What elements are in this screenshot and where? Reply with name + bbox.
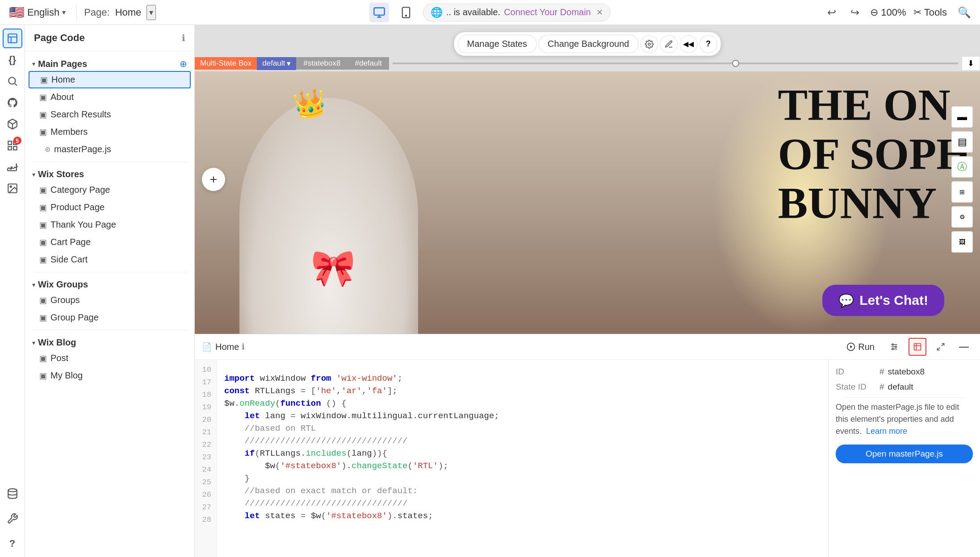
url-status: .. is available. (446, 7, 500, 17)
sidebar-help-button[interactable]: ? (3, 534, 22, 553)
line-num-24: 24 (195, 463, 217, 476)
page-item-search-results[interactable]: ▣ Search Results (25, 106, 194, 123)
state-box-slider[interactable] (393, 62, 958, 64)
info-icon[interactable]: ℹ (182, 33, 185, 43)
sidebar-wrench-button[interactable] (3, 509, 22, 528)
sidebar-search-button[interactable] (3, 71, 22, 91)
layers-icon-button[interactable]: ◀◀ (679, 35, 697, 53)
divider-2 (32, 272, 187, 272)
sidebar-box-button[interactable] (3, 114, 22, 134)
code-panel: 📄 Home ℹ Run (195, 334, 980, 557)
page-item-group-page[interactable]: ▣ Group Page (25, 309, 194, 326)
page-item-cart[interactable]: ▣ Cart Page (25, 233, 194, 251)
code-tab-label: Home (215, 342, 239, 352)
change-background-button[interactable]: Change Background (538, 35, 638, 53)
tools-button[interactable]: ✂ Tools (913, 7, 947, 18)
svg-rect-3 (8, 34, 17, 43)
learn-more-link[interactable]: Learn more (866, 427, 907, 436)
section-tool-2[interactable]: ▤ (951, 131, 973, 153)
divider-3 (32, 330, 187, 330)
mobile-device-button[interactable] (396, 3, 416, 22)
gear-icon (645, 40, 653, 49)
code-lines-area: 10 17 18 19 20 21 22 23 24 25 26 27 28 (195, 360, 828, 557)
page-item-groups[interactable]: ▣ Groups (25, 291, 194, 309)
line-num-27: 27 (195, 501, 217, 513)
svg-point-2 (406, 15, 406, 16)
code-tab-info-icon[interactable]: ℹ (242, 342, 245, 352)
code-line-19: $w.onReady(function () { (217, 397, 828, 410)
section-tool-grid[interactable]: ⊞ (951, 181, 973, 203)
add-element-button[interactable]: + (202, 168, 225, 191)
settings-icon-button[interactable] (640, 35, 658, 53)
run-button[interactable]: Run (841, 340, 880, 354)
undo-button[interactable]: ↩ (824, 4, 840, 21)
pen-icon-button[interactable] (660, 35, 678, 53)
wix-groups-section[interactable]: ▾ Wix Groups (25, 276, 194, 291)
code-expand-button[interactable] (932, 338, 950, 356)
section-tool-image[interactable]: 🖼 (951, 231, 973, 253)
page-item-home[interactable]: ▣ Home (29, 71, 191, 88)
wrench-icon (7, 513, 18, 524)
wix-stores-caret: ▾ (32, 171, 35, 178)
page-item-post[interactable]: ▣ Post (25, 349, 194, 367)
sidebar-github-button[interactable] (3, 93, 22, 112)
page-item-myblog[interactable]: ▣ My Blog (25, 367, 194, 384)
zoom-minus-icon: ⊖ (870, 7, 878, 18)
connect-domain-link[interactable]: Connect Your Domain (504, 7, 591, 17)
page-icon-home: ▣ (40, 75, 48, 85)
code-target-button[interactable] (909, 338, 926, 356)
page-name-group-page: Group Page (50, 312, 99, 323)
page-item-product[interactable]: ▣ Product Page (25, 199, 194, 216)
master-page-item[interactable]: ⊛ masterPage.js (25, 141, 194, 158)
chat-button[interactable]: 💬 Let's Chat! (822, 285, 944, 316)
chevron-down-icon: ▾ (62, 8, 66, 17)
help-icon-button[interactable]: ? (699, 35, 717, 53)
sidebar-page-code-button[interactable] (3, 29, 22, 48)
main-pages-caret: ▾ (32, 60, 35, 67)
wix-groups-label: Wix Groups (38, 279, 88, 290)
section-tool-puzzle[interactable]: ⚙ (951, 206, 973, 228)
download-icon-button[interactable]: ⬇ (962, 56, 980, 71)
search-top-button[interactable]: 🔍 (954, 4, 975, 21)
main-pages-section[interactable]: ▾ Main Pages ⊕ (25, 55, 194, 71)
url-bar: 🌐 .. is available. Connect Your Domain ✕ (423, 4, 611, 21)
wix-blog-caret: ▾ (32, 339, 35, 346)
code-adjust-button[interactable] (885, 338, 903, 356)
sidebar-image-button[interactable] (3, 179, 22, 198)
state-box-dropdown[interactable]: default ▾ (257, 57, 296, 70)
sidebar-database-button[interactable] (3, 484, 22, 503)
wix-stores-section[interactable]: ▾ Wix Stores (25, 166, 194, 181)
language-selector[interactable]: 🇺🇸 English ▾ (5, 3, 69, 21)
page-name-home: Home (51, 75, 75, 85)
line-num-17: 17 (195, 376, 217, 388)
page-item-about[interactable]: ▣ About (25, 88, 194, 106)
page-item-thankyou[interactable]: ▣ Thank You Page (25, 216, 194, 233)
image-icon (7, 183, 18, 194)
desktop-device-button[interactable] (369, 3, 389, 22)
page-name-groups: Groups (50, 295, 80, 305)
sidebar-apps-button[interactable]: 5 (3, 136, 22, 155)
page-item-sidecart[interactable]: ▣ Side Cart (25, 251, 194, 268)
section-tool-1[interactable]: ▬ (951, 106, 973, 128)
wix-blog-section[interactable]: ▾ Wix Blog (25, 334, 194, 349)
line-num-25: 25 (195, 476, 217, 488)
redo-button[interactable]: ↪ (847, 4, 863, 21)
icon-sidebar: {} 5 (0, 25, 25, 557)
add-page-button[interactable]: ⊕ (180, 58, 187, 69)
page-dropdown-button[interactable]: ▾ (147, 5, 156, 20)
url-close-icon[interactable]: ✕ (596, 8, 603, 17)
sidebar-puzzle-button[interactable] (3, 157, 22, 177)
section-tool-3[interactable]: Ⓐ (951, 156, 973, 178)
sidebar-braces-button[interactable]: {} (3, 50, 22, 70)
page-item-members[interactable]: ▣ Members (25, 123, 194, 141)
code-collapse-button[interactable]: — (955, 338, 973, 356)
masterpage-icon: ⊛ (45, 145, 50, 154)
svg-rect-8 (8, 146, 12, 150)
page-item-category[interactable]: ▣ Category Page (25, 181, 194, 199)
code-editor[interactable]: import wixWindow from 'wix-window'; cons… (217, 360, 828, 557)
run-label: Run (858, 342, 875, 352)
open-master-button[interactable]: Open masterPage.js (836, 445, 973, 463)
manage-states-button[interactable]: Manage States (458, 35, 537, 53)
divider (76, 5, 77, 20)
page-name-thankyou: Thank You Page (50, 220, 116, 230)
